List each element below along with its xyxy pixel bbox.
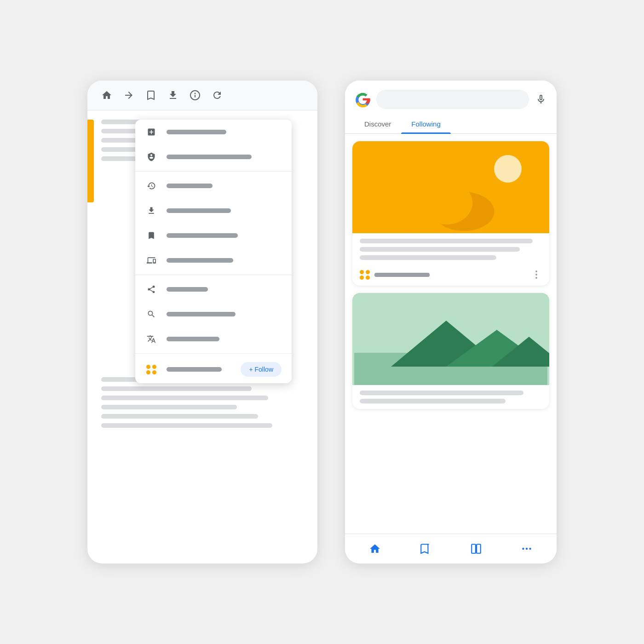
bookmark-icon[interactable] [144,89,157,102]
source-icon [360,270,370,280]
translate-icon [145,333,157,345]
menu-label [167,155,252,159]
menu-item-find[interactable] [135,302,292,327]
menu-item-follow[interactable]: + Follow [135,356,292,383]
google-logo [354,91,371,108]
menu-item-bookmarks[interactable] [135,223,292,248]
menu-divider [135,353,292,354]
menu-label [167,208,231,213]
weather-card-image [352,141,549,233]
forward-icon[interactable] [122,89,135,102]
card-text-line [360,255,496,260]
info-icon[interactable] [189,89,201,102]
nav-cards-icon[interactable] [468,540,484,557]
card-text-line [360,399,506,403]
mobile-bottom-nav [345,534,557,564]
svg-point-16 [529,548,531,550]
more-options-button[interactable] [531,269,542,280]
menu-label [167,184,213,188]
mountain-background [352,293,549,385]
feed-card-weather [352,141,549,286]
page-line [101,386,252,391]
menu-item-incognito[interactable] [135,144,292,169]
page-line [101,405,237,409]
menu-divider [135,275,292,275]
card-text-line [360,239,533,243]
incognito-icon [145,151,157,163]
card-footer [352,265,549,286]
context-menu: + Follow [135,120,292,383]
menu-item-downloads[interactable] [135,198,292,223]
microphone-icon[interactable] [535,93,547,106]
browser-panel: + Follow [87,80,317,564]
mobile-panel: Discover Following [345,80,557,564]
search-input[interactable] [376,90,529,109]
nav-more-icon[interactable] [518,540,535,557]
downloads-icon [145,205,157,217]
menu-item-new-tab[interactable] [135,120,292,144]
menu-item-share[interactable] [135,277,292,302]
refresh-icon[interactable] [211,89,224,102]
menu-label [167,287,208,292]
page-lines-below [101,377,310,428]
svg-point-15 [526,548,528,550]
landscape-card-image [352,293,549,385]
nav-bookmarks-icon[interactable] [417,540,434,557]
menu-label [167,258,233,263]
browser-content: + Follow [87,110,317,564]
menu-label [167,367,222,372]
bookmark-strip [87,120,94,202]
card-text-line [360,247,520,252]
download-icon[interactable] [167,89,179,102]
menu-divider [135,171,292,172]
menu-label [167,130,226,134]
menu-label [167,337,219,341]
browser-toolbar [87,80,317,110]
share-icon [145,283,157,295]
card-text-area-2 [352,385,549,409]
menu-item-translate[interactable] [135,327,292,351]
page-area: + Follow [94,110,317,564]
svg-rect-12 [472,544,476,553]
nav-home-icon[interactable] [367,540,383,557]
weather-background [352,141,549,233]
menu-item-devices[interactable] [135,248,292,273]
menu-label [167,312,236,316]
feed-card-landscape [352,293,549,409]
home-icon[interactable] [100,89,113,102]
page-line [101,414,258,419]
source-name [374,273,430,277]
history-icon [145,180,157,192]
follow-icon [145,363,157,375]
mobile-tabs: Discover Following [345,115,557,134]
new-tab-icon [145,126,157,138]
svg-rect-13 [477,544,481,553]
svg-point-14 [522,548,524,550]
menu-item-history[interactable] [135,173,292,198]
mobile-search-bar [345,80,557,115]
mobile-feed [345,134,557,534]
tab-discover[interactable]: Discover [354,115,401,133]
devices-icon [145,254,157,266]
find-icon [145,308,157,320]
card-text-area [352,233,549,265]
page-line [101,423,272,428]
bookmarks-icon [145,230,157,242]
card-text-line [360,391,523,395]
menu-label [167,233,238,238]
follow-button[interactable]: + Follow [241,362,282,377]
page-line [101,396,268,400]
svg-point-6 [420,181,472,224]
tab-following[interactable]: Following [401,115,450,133]
